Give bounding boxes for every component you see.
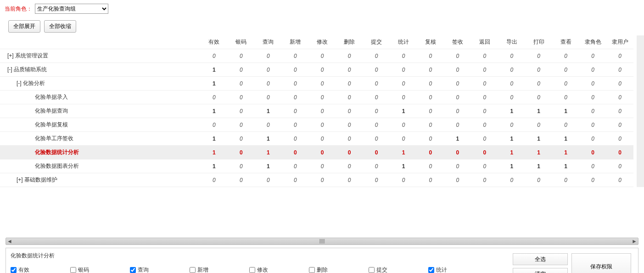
select-all-button[interactable]: 全选 <box>513 253 568 265</box>
perm-cell: 0 <box>444 104 471 118</box>
tree-toggle-icon[interactable]: [-] <box>17 80 22 86</box>
checkbox-input[interactable] <box>70 267 76 273</box>
perm-cell: 0 <box>282 49 309 63</box>
checkbox-label: 新增 <box>197 266 208 273</box>
perm-cell: 0 <box>444 159 471 173</box>
clear-button[interactable]: 清空 <box>513 268 568 273</box>
perm-cell: 0 <box>444 49 471 63</box>
perm-cell: 0 <box>228 91 255 104</box>
perm-cell: 0 <box>336 146 363 159</box>
perm-cell: 0 <box>228 104 255 118</box>
perm-cell: 0 <box>363 91 390 104</box>
perm-cell: 0 <box>606 49 633 63</box>
collapse-all-button[interactable]: 全部收缩 <box>44 20 76 33</box>
checkbox-label: 修改 <box>257 266 268 273</box>
tree-toggle-icon[interactable]: [-] <box>7 66 12 73</box>
perm-cell: 0 <box>336 91 363 104</box>
perm-cell: 1 <box>201 77 228 91</box>
perm-checkbox-修改[interactable]: 修改 <box>249 266 309 273</box>
perm-cell: 1 <box>201 146 228 159</box>
perm-checkbox-统计[interactable]: 统计 <box>428 266 488 273</box>
perm-cell: 0 <box>201 173 228 187</box>
perm-cell: 0 <box>309 77 336 91</box>
checkbox-input[interactable] <box>11 267 17 273</box>
perm-cell: 0 <box>525 77 552 91</box>
perm-cell: 0 <box>390 132 417 146</box>
column-header: 隶用户 <box>606 35 633 49</box>
column-header: 签收 <box>444 35 471 49</box>
horizontal-scrollbar[interactable]: ◄ ► <box>6 238 638 245</box>
tree-node-label[interactable]: 系统管理设置 <box>15 52 48 59</box>
tree-toggle-icon[interactable]: [+] <box>17 176 23 183</box>
perm-cell: 0 <box>444 63 471 77</box>
tree-node-label[interactable]: 基础数据维护 <box>24 176 57 183</box>
perm-cell: 0 <box>336 159 363 173</box>
checkbox-input[interactable] <box>369 267 375 273</box>
perm-cell: 0 <box>228 146 255 159</box>
perm-cell: 0 <box>309 104 336 118</box>
tree-node-label[interactable]: 化验单据复核 <box>35 121 68 128</box>
perm-checkbox-删除[interactable]: 删除 <box>309 266 369 273</box>
role-select[interactable]: 生产化验查询组 <box>35 4 108 14</box>
scroll-right-icon[interactable]: ► <box>631 238 638 245</box>
vertical-scrollbar[interactable] <box>637 35 644 187</box>
tree-node-label[interactable]: 化验分析 <box>23 80 45 86</box>
perm-cell: 0 <box>255 63 282 77</box>
tree-node-label[interactable]: 化验数据图表分析 <box>35 163 79 169</box>
save-button[interactable]: 保存权限 <box>571 253 631 273</box>
perm-cell: 0 <box>579 146 606 159</box>
perm-checkbox-有效[interactable]: 有效 <box>11 266 70 273</box>
checkbox-input[interactable] <box>428 267 434 273</box>
checkbox-input[interactable] <box>130 267 136 273</box>
perm-checkbox-提交[interactable]: 提交 <box>369 266 428 273</box>
scroll-grip-icon[interactable] <box>319 239 325 244</box>
perm-cell: 0 <box>471 118 498 132</box>
column-header: 查询 <box>255 35 282 49</box>
perm-cell: 0 <box>336 173 363 187</box>
perm-cell: 0 <box>309 63 336 77</box>
perm-cell: 1 <box>390 146 417 159</box>
perm-cell: 0 <box>417 91 444 104</box>
perm-cell: 0 <box>498 63 525 77</box>
perm-cell: 0 <box>336 132 363 146</box>
tree-toggle-icon[interactable]: [+] <box>7 52 14 59</box>
perm-cell: 0 <box>390 173 417 187</box>
perm-cell: 0 <box>363 159 390 173</box>
perm-cell: 0 <box>444 77 471 91</box>
perm-cell: 1 <box>525 146 552 159</box>
perm-cell: 0 <box>579 91 606 104</box>
perm-cell: 0 <box>201 118 228 132</box>
perm-cell: 0 <box>336 104 363 118</box>
perm-cell: 0 <box>579 104 606 118</box>
perm-cell: 1 <box>390 104 417 118</box>
perm-cell: 0 <box>471 63 498 77</box>
expand-all-button[interactable]: 全部展开 <box>8 20 40 33</box>
perm-cell: 1 <box>390 159 417 173</box>
perm-cell: 0 <box>417 77 444 91</box>
checkbox-label: 统计 <box>436 266 447 273</box>
tree-node-label[interactable]: 化验单工序签收 <box>35 135 73 142</box>
perm-cell: 0 <box>363 104 390 118</box>
checkbox-input[interactable] <box>309 267 315 273</box>
checkbox-input[interactable] <box>190 267 196 273</box>
column-header: 复核 <box>417 35 444 49</box>
checkbox-label: 查询 <box>138 266 149 273</box>
column-header: 删除 <box>336 35 363 49</box>
checkbox-input[interactable] <box>249 267 255 273</box>
tree-node-label[interactable]: 化验数据统计分析 <box>35 149 79 155</box>
perm-cell: 0 <box>606 118 633 132</box>
tree-node-label[interactable]: 化验单据录入 <box>35 94 68 100</box>
permission-edit-panel: 化验数据统计分析 有效银码查询新增修改删除提交统计复核签收返回导出打印查看隶属角… <box>6 248 638 273</box>
tree-node-label[interactable]: 化验单据查询 <box>35 108 68 114</box>
column-header: 提交 <box>363 35 390 49</box>
perm-checkbox-新增[interactable]: 新增 <box>190 266 249 273</box>
perm-cell: 0 <box>309 91 336 104</box>
perm-cell: 0 <box>498 91 525 104</box>
tree-node-label[interactable]: 品质辅助系统 <box>14 66 47 73</box>
scroll-left-icon[interactable]: ◄ <box>6 238 13 245</box>
column-header: 导出 <box>498 35 525 49</box>
perm-checkbox-银码[interactable]: 银码 <box>70 266 130 273</box>
perm-checkbox-查询[interactable]: 查询 <box>130 266 190 273</box>
perm-cell: 0 <box>255 118 282 132</box>
checkbox-label: 银码 <box>78 266 89 273</box>
